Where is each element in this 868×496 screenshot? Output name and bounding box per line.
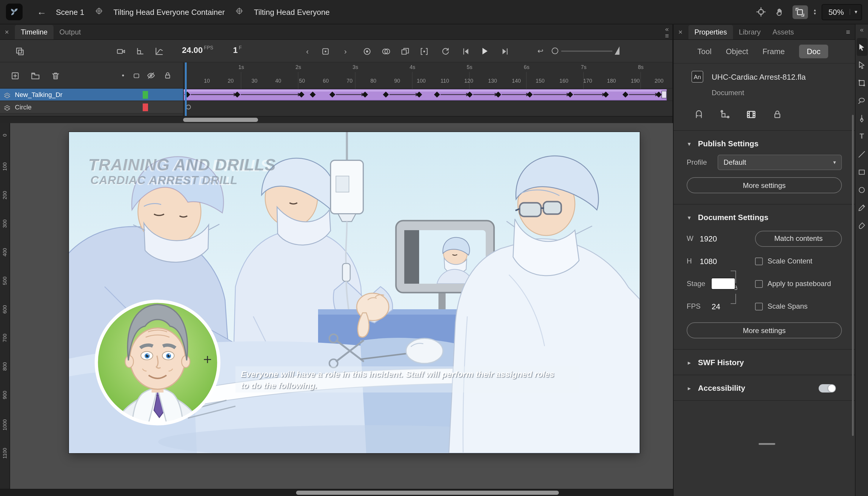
new-layer-icon[interactable] — [8, 69, 21, 82]
brush-tool-icon[interactable] — [856, 216, 867, 234]
fps-display[interactable]: 24.00FPS — [182, 45, 213, 55]
step-first-icon[interactable] — [459, 45, 472, 58]
tab-library[interactable]: Library — [733, 25, 766, 39]
tab-properties[interactable]: Properties — [689, 25, 733, 39]
scrollbar-thumb[interactable] — [183, 118, 258, 122]
stage-canvas[interactable]: TRAINING AND DRILLS TRAINING AND DRILLS … — [69, 132, 640, 453]
lock-column-icon[interactable] — [161, 69, 174, 82]
loop-icon[interactable] — [439, 45, 452, 58]
subtab-frame[interactable]: Frame — [762, 47, 785, 56]
breadcrumb-symbol[interactable]: Tilting Head Everyone — [254, 7, 330, 16]
onion-skin-icon[interactable] — [379, 45, 392, 58]
close-icon[interactable]: × — [678, 28, 682, 36]
step-last-icon[interactable] — [498, 45, 511, 58]
accessibility-toggle[interactable] — [819, 384, 836, 392]
fps-value[interactable]: 24 — [712, 302, 720, 311]
width-value[interactable]: 1920 — [700, 234, 717, 243]
edit-multiple-frames-icon[interactable] — [398, 45, 411, 58]
subselection-tool-icon[interactable] — [856, 56, 867, 74]
timeline-zoom-slider[interactable] — [561, 50, 612, 52]
tab-assets[interactable]: Assets — [767, 25, 800, 39]
subtab-doc[interactable]: Doc — [799, 45, 828, 58]
layer-color-chip[interactable] — [143, 91, 148, 98]
clip-content-button[interactable] — [792, 5, 808, 19]
apply-pasteboard-checkbox[interactable] — [755, 280, 763, 288]
pencil-tool-icon[interactable] — [856, 199, 867, 216]
frame-markers-icon[interactable] — [417, 45, 430, 58]
selection-tool-icon[interactable] — [856, 38, 867, 56]
properties-vscrollbar[interactable] — [852, 115, 854, 436]
collapse-icon[interactable]: « — [665, 26, 668, 33]
highlight-column-icon[interactable]: • — [116, 69, 130, 82]
hand-tool-icon[interactable] — [773, 5, 787, 18]
stage-hscrollbar[interactable] — [0, 489, 673, 496]
play-icon[interactable] — [478, 45, 491, 58]
breadcrumb-scene[interactable]: Scene 1 — [56, 7, 84, 16]
playhead[interactable] — [185, 62, 187, 116]
zoom-stepper[interactable]: ▴▾ — [814, 8, 816, 15]
center-stage-icon[interactable] — [755, 5, 768, 18]
accessibility-header[interactable]: ▸ Accessibility — [674, 378, 855, 398]
collapse-icon[interactable]: « — [860, 26, 864, 33]
timeline-ruler[interactable]: 1s 2s 3s 4s 5s 6s 7s 8s 10 20 30 40 — [184, 62, 673, 89]
animate-logo-icon[interactable] — [6, 3, 22, 20]
tab-output[interactable]: Output — [53, 25, 87, 39]
timeline-zoom-in-icon[interactable] — [615, 46, 619, 55]
height-value[interactable]: 1080 — [700, 257, 717, 266]
scale-content-checkbox[interactable] — [755, 257, 763, 265]
lock-icon[interactable] — [768, 106, 787, 122]
scale-spans-checkbox[interactable] — [755, 303, 763, 310]
match-contents-button[interactable]: Match contents — [755, 230, 842, 247]
frames-area[interactable]: 1s 2s 3s 4s 5s 6s 7s 8s 10 20 30 40 — [184, 62, 673, 116]
publish-settings-header[interactable]: ▾ Publish Settings — [674, 133, 855, 153]
publish-more-settings-button[interactable]: More settings — [687, 177, 842, 193]
document-more-settings-button[interactable]: More settings — [687, 322, 842, 338]
parenting-view-icon[interactable] — [133, 45, 146, 58]
properties-hscrollbar[interactable] — [759, 443, 775, 445]
visibility-column-icon[interactable] — [144, 69, 158, 82]
oval-tool-icon[interactable] — [856, 181, 867, 199]
camera-column-icon[interactable] — [130, 69, 143, 82]
camera-icon[interactable] — [114, 45, 127, 58]
onion-marker-icon[interactable] — [360, 45, 373, 58]
free-transform-tool-icon[interactable] — [856, 74, 867, 92]
swf-history-header[interactable]: ▸ SWF History — [674, 352, 855, 372]
stage-pasteboard[interactable]: 0 100 200 300 400 500 600 700 800 900 10… — [0, 123, 673, 489]
timeline-zoom-out-icon[interactable] — [552, 48, 558, 54]
lasso-tool-icon[interactable] — [856, 92, 867, 109]
line-tool-icon[interactable] — [856, 145, 867, 163]
tab-timeline[interactable]: Timeline — [15, 25, 53, 39]
step-forward-icon[interactable]: › — [339, 45, 352, 58]
zoom-select[interactable]: 50% ▾ — [822, 4, 862, 20]
rectangle-tool-icon[interactable] — [856, 163, 867, 181]
profile-dropdown[interactable]: Default ▾ — [717, 155, 842, 170]
stage-color-swatch[interactable] — [711, 278, 736, 290]
text-tool-icon[interactable]: T — [856, 127, 867, 145]
layer-color-chip[interactable] — [143, 103, 148, 111]
layer-row-circle[interactable]: Circle — [0, 101, 183, 113]
panel-menu-icon[interactable]: ≡ — [665, 33, 669, 39]
breadcrumb-container[interactable]: Tilting Head Everyone Container — [113, 7, 225, 16]
graph-editor-icon[interactable] — [152, 45, 165, 58]
delete-layer-icon[interactable] — [49, 69, 62, 82]
layers-icon[interactable] — [13, 45, 26, 58]
current-frame-icon[interactable] — [319, 45, 332, 58]
document-settings-header[interactable]: ▾ Document Settings — [674, 207, 855, 227]
magnet-icon[interactable] — [689, 106, 708, 122]
scrollbar-thumb[interactable] — [296, 491, 559, 495]
chevron-down-icon[interactable]: ▾ — [850, 9, 862, 15]
subtab-object[interactable]: Object — [726, 47, 748, 56]
filmstrip-icon[interactable] — [741, 106, 760, 122]
parenting-icon[interactable] — [715, 106, 734, 122]
layer-row-new-talking-dr[interactable]: New_Talking_Dr — [0, 89, 183, 101]
timeline-hscrollbar[interactable] — [0, 116, 673, 123]
step-back-icon[interactable]: ‹ — [301, 45, 314, 58]
close-icon[interactable]: × — [5, 28, 9, 36]
pen-tool-icon[interactable] — [856, 109, 867, 127]
reset-timeline-zoom-icon[interactable]: ↩ — [534, 45, 547, 58]
subtab-tool[interactable]: Tool — [697, 47, 712, 56]
new-folder-icon[interactable] — [29, 69, 42, 82]
current-frame-display[interactable]: 1F — [233, 45, 242, 55]
back-button[interactable]: ← — [37, 6, 46, 17]
panel-menu-icon[interactable]: ≡ — [846, 28, 850, 36]
